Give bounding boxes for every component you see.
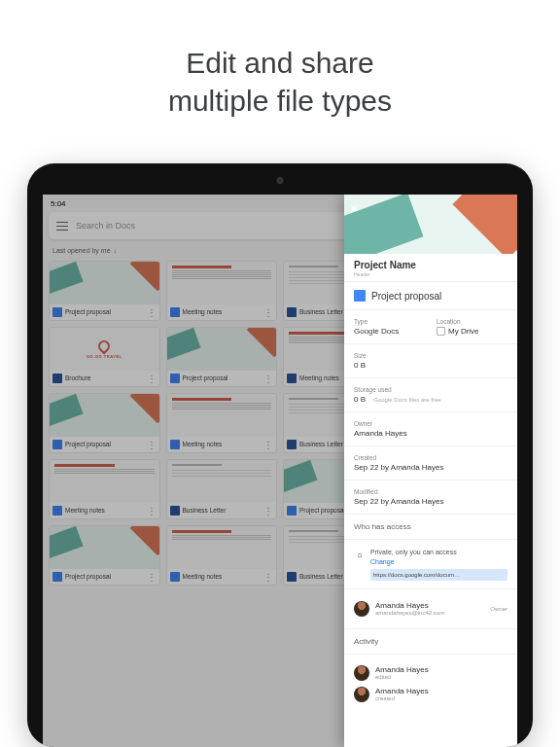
activity-name: Amanda Hayes <box>375 687 508 695</box>
type-label: Type <box>354 318 425 325</box>
panel-header: × Project Name Header <box>344 195 517 282</box>
activity-row: Amanda Hayes edited <box>354 662 508 684</box>
modified-value: Sep 22 by Amanda Hayes <box>354 497 508 506</box>
screen: 5:04 ●●● ⧙ 100% ▮ Search in Docs Last op… <box>43 195 517 747</box>
close-icon[interactable]: × <box>350 200 358 216</box>
location-label: Location <box>437 318 508 325</box>
share-url[interactable]: https://docs.google.com/docum… <box>370 569 508 581</box>
owner-label: Owner <box>354 420 508 427</box>
location-value[interactable]: My Drive <box>437 327 508 336</box>
created-value: Sep 22 by Amanda Hayes <box>354 463 508 472</box>
access-privacy: Private, only you can access <box>370 548 508 557</box>
people-icon: ⩍ <box>354 550 365 559</box>
owner-email: amandahayes@inc42.com <box>375 610 484 616</box>
owner-role: Owner <box>490 606 508 612</box>
modified-label: Modified <box>354 488 508 495</box>
avatar <box>354 601 369 617</box>
detail-panel: × Project Name Header Project proposal T… <box>344 195 517 747</box>
created-label: Created <box>354 454 508 461</box>
docs-icon <box>354 290 366 302</box>
doc-title-row: Project proposal <box>344 282 517 310</box>
preview-subtitle: Header <box>354 271 508 277</box>
preview-title: Project Name <box>354 260 508 270</box>
activity-action: edited <box>375 674 508 680</box>
activity-title: Activity <box>354 637 508 646</box>
hero-title: Edit and share multiple file types <box>168 44 392 120</box>
activity-row: Amanda Hayes created <box>354 684 508 705</box>
owner-row[interactable]: Amanda Hayes amandahayes@inc42.com Owner <box>354 597 508 621</box>
owner-value: Amanda Hayes <box>354 429 508 438</box>
size-value: 0 B <box>354 361 508 370</box>
avatar <box>354 687 369 702</box>
activity-action: created <box>375 695 508 701</box>
storage-label: Storage used <box>354 386 508 393</box>
size-label: Size <box>354 352 508 359</box>
type-value: Google Docs <box>354 327 425 336</box>
avatar <box>354 665 369 681</box>
owner-name: Amanda Hayes <box>375 601 484 610</box>
tablet-frame: 5:04 ●●● ⧙ 100% ▮ Search in Docs Last op… <box>27 163 533 747</box>
storage-value: 0 B Google Docs files are free <box>354 395 508 404</box>
access-title: Who has access <box>354 522 508 531</box>
drive-icon <box>437 327 445 336</box>
activity-name: Amanda Hayes <box>375 665 508 674</box>
doc-title: Project proposal <box>371 291 441 302</box>
storage-note: Google Docs files are free <box>373 397 440 403</box>
change-link[interactable]: Change <box>370 558 395 565</box>
